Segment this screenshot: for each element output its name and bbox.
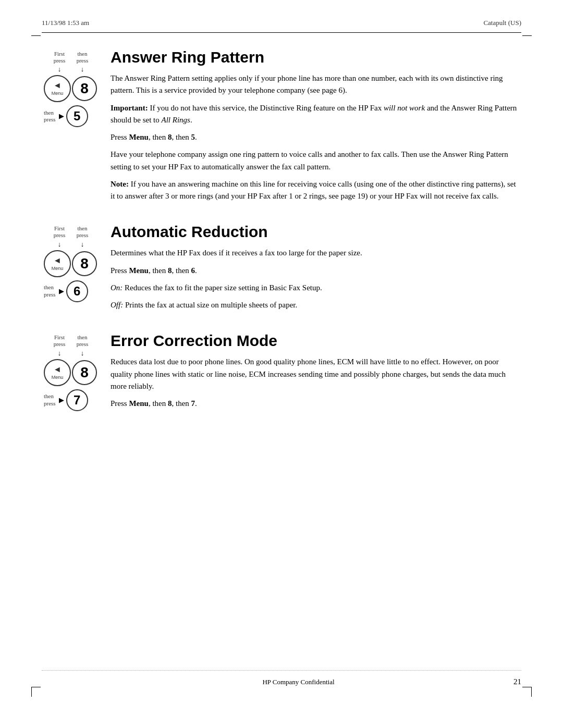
page-number: 21	[513, 677, 521, 686]
num-button-7-3: 7	[66, 389, 88, 411]
menu-triangle-3: ◄	[53, 365, 62, 374]
arrow-right-2: ▶	[59, 287, 64, 295]
para-3-1: Reduces data lost due to poor phone line…	[111, 356, 521, 392]
diagram-automatic-reduction: Firstpress thenpress ↓ ↓ ◄ Menu 8 thenpr…	[42, 225, 97, 302]
num-button-8-2: 8	[72, 251, 97, 276]
arrow-down-5: ↓	[48, 349, 71, 357]
italic-1: will not work	[384, 104, 425, 112]
section-answer-ring-pattern: Firstpress thenpress ↓ ↓ ◄ Menu 8 thenpr…	[42, 48, 521, 207]
arrows-1: ↓ ↓	[48, 65, 94, 73]
header-date: 11/13/98 1:53 am	[42, 19, 89, 27]
note-label-1: Note:	[111, 180, 129, 188]
para-1-4: Have your telephone company assign one r…	[111, 149, 521, 173]
section-title-2: Automatic Reduction	[111, 223, 521, 241]
menu-triangle-2: ◄	[53, 256, 62, 265]
arrows-3: ↓ ↓	[48, 349, 94, 357]
arrow-down-6: ↓	[71, 349, 94, 357]
diagram-answer-ring: Firstpress thenpress ↓ ↓ ◄ Menu 8 thenpr…	[42, 51, 97, 127]
off-label: Off:	[111, 301, 123, 309]
para-2-1: Determines what the HP Fax does if it re…	[111, 247, 521, 259]
seven-text-3: 7	[191, 399, 195, 408]
footer: HP Company Confidential 21	[0, 673, 563, 690]
big-buttons-2: ◄ Menu 8	[44, 250, 97, 277]
arrow-right-1: ▶	[59, 112, 64, 120]
arrow-down-1: ↓	[48, 65, 71, 73]
menu-text-3: Menu	[129, 399, 149, 408]
bottom-right-bar	[522, 687, 532, 687]
arrow-down-3: ↓	[48, 240, 71, 249]
content-area: Firstpress thenpress ↓ ↓ ◄ Menu 8 thenpr…	[0, 33, 563, 462]
then-press-text-2: thenpress	[44, 284, 56, 298]
header-title: Catapult (US)	[483, 19, 521, 27]
menu-label-3: Menu	[52, 375, 64, 380]
para-2-2: Press Menu, then 8, then 6.	[111, 265, 521, 277]
five-text-1: 5	[191, 133, 195, 141]
then-press-row-1: thenpress ▶ 5	[44, 105, 88, 127]
bottom-left-line	[31, 687, 32, 697]
big-buttons-3: ◄ Menu 8	[44, 359, 97, 386]
first-press-label-2: Firstpress	[48, 225, 71, 239]
arrows-2: ↓ ↓	[48, 240, 94, 249]
menu-triangle-1: ◄	[53, 81, 62, 90]
press-labels-2: Firstpress thenpress	[48, 225, 94, 239]
num-button-6-2: 6	[66, 280, 88, 302]
then-press-label-2: thenpress	[71, 225, 94, 239]
page: 11/13/98 1:53 am Catapult (US) Firstpres…	[0, 0, 563, 728]
eight-text-2: 8	[168, 266, 172, 275]
arrow-down-2: ↓	[71, 65, 94, 73]
first-press-label-1: Firstpress	[48, 51, 71, 64]
section-text-1: Answer Ring Pattern The Answer Ring Patt…	[111, 48, 521, 207]
menu-button-3: ◄ Menu	[44, 359, 71, 386]
top-right-mark	[522, 35, 532, 36]
menu-text-1: Menu	[129, 133, 149, 141]
big-buttons-1: ◄ Menu 8	[44, 75, 97, 102]
menu-text-2: Menu	[129, 266, 149, 275]
arrow-right-3: ▶	[59, 396, 64, 404]
section-title-1: Answer Ring Pattern	[111, 48, 521, 66]
num-button-5-1: 5	[66, 105, 88, 127]
top-left-mark	[31, 35, 41, 36]
footer-confidential: HP Company Confidential	[262, 678, 334, 686]
section-title-3: Error Correction Mode	[111, 332, 521, 350]
bottom-right-line	[531, 687, 532, 697]
eight-text-3: 8	[168, 399, 172, 408]
dotted-separator	[42, 670, 521, 671]
then-press-text-3: thenpress	[44, 393, 56, 406]
important-label-1: Important:	[111, 104, 148, 112]
section-text-2: Automatic Reduction Determines what the …	[111, 223, 521, 316]
para-3-2: Press Menu, then 8, then 7.	[111, 398, 521, 410]
para-1-5: Note: If you have an answering machine o…	[111, 178, 521, 203]
bottom-left-bar	[31, 687, 41, 687]
diagram-error-correction: Firstpress thenpress ↓ ↓ ◄ Menu 8 thenpr…	[42, 334, 97, 411]
para-2-4: Off: Prints the fax at actual size on mu…	[111, 299, 521, 311]
num-button-8-3: 8	[72, 360, 97, 385]
eight-text-1: 8	[168, 133, 172, 141]
then-press-label-1: thenpress	[71, 51, 94, 64]
menu-label-2: Menu	[52, 266, 64, 271]
arrow-down-4: ↓	[71, 240, 94, 249]
italic-2: All Rings	[162, 116, 190, 124]
menu-label-1: Menu	[52, 91, 64, 96]
press-labels-3: Firstpress thenpress	[48, 334, 94, 348]
header: 11/13/98 1:53 am Catapult (US)	[0, 0, 563, 32]
para-1-3: Press Menu, then 8, then 5.	[111, 131, 521, 143]
para-2-3: On: Reduces the fax to fit the paper siz…	[111, 282, 521, 294]
para-1-2: Important: If you do not have this servi…	[111, 102, 521, 127]
section-automatic-reduction: Firstpress thenpress ↓ ↓ ◄ Menu 8 thenpr…	[42, 223, 521, 316]
then-press-row-3: thenpress ▶ 7	[44, 389, 88, 411]
on-label: On:	[111, 283, 123, 292]
section-error-correction: Firstpress thenpress ↓ ↓ ◄ Menu 8 thenpr…	[42, 332, 521, 415]
menu-button-1: ◄ Menu	[44, 75, 71, 102]
menu-button-2: ◄ Menu	[44, 250, 71, 277]
six-text-2: 6	[191, 266, 195, 275]
then-press-text-1: thenpress	[44, 109, 56, 123]
section-text-3: Error Correction Mode Reduces data lost …	[111, 332, 521, 415]
first-press-label-3: Firstpress	[48, 334, 71, 348]
then-press-label-3: thenpress	[71, 334, 94, 348]
then-press-row-2: thenpress ▶ 6	[44, 280, 88, 302]
num-button-8-1: 8	[72, 76, 97, 101]
para-1-1: The Answer Ring Pattern setting applies …	[111, 72, 521, 97]
press-labels-1: Firstpress thenpress	[48, 51, 94, 64]
